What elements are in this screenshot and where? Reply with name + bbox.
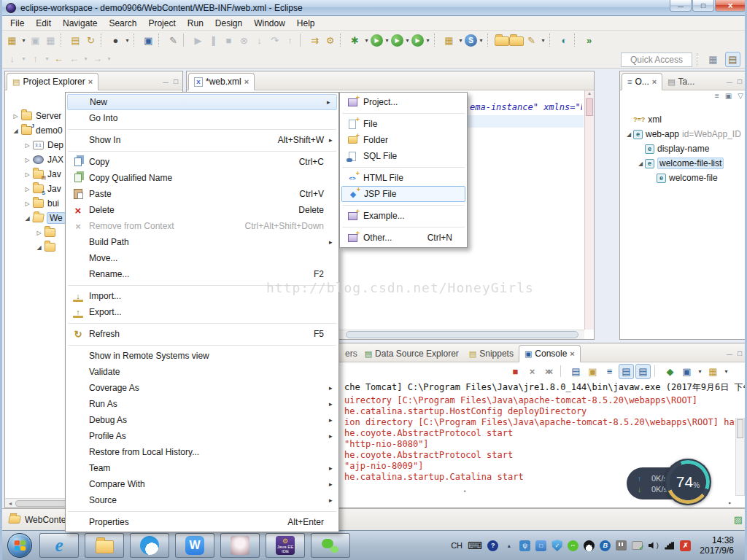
tray-volume-icon[interactable] <box>648 540 659 551</box>
close-icon[interactable] <box>88 77 93 87</box>
taskbar-app-qq-browser[interactable] <box>130 533 169 558</box>
word-wrap-icon[interactable]: ≡ <box>602 364 617 379</box>
menu-search[interactable]: Search <box>103 17 142 30</box>
build-icon[interactable]: ▤ <box>68 33 83 48</box>
run-button-icon[interactable]: ▶ <box>371 34 383 47</box>
menu-item-build-path[interactable]: Build Path <box>66 234 338 250</box>
tray-hidden-icons[interactable]: ▴ <box>503 540 514 551</box>
expander-icon[interactable]: ▷ <box>23 201 32 207</box>
resume-icon[interactable]: ▶ <box>190 33 206 48</box>
menu-item-show-in[interactable]: Show In Alt+Shift+W <box>66 132 338 148</box>
open-folder-icon[interactable] <box>509 36 524 46</box>
submenu-item-file[interactable]: File <box>340 116 467 132</box>
expander-icon[interactable]: ◢ <box>23 215 32 222</box>
terminate-icon[interactable]: ■ <box>508 364 523 379</box>
minimize-view-icon[interactable] <box>727 77 732 85</box>
quick-access-box[interactable]: Quick Access <box>621 52 692 67</box>
outline-item-web-app[interactable]: ◢ web-app id=WebApp_ID <box>620 127 746 141</box>
back-history-icon[interactable]: ← <box>51 51 66 66</box>
vertical-scrollbar[interactable] <box>735 418 745 496</box>
new-wizard-icon[interactable]: ▦ <box>4 33 20 48</box>
marker-pen-icon[interactable]: ✎ <box>524 33 539 48</box>
tab-servers-partial[interactable]: ers <box>343 346 360 362</box>
sort-icon[interactable]: ≡ <box>715 92 719 100</box>
tab-data-source-explorer[interactable]: Data Source Explorer <box>360 346 464 362</box>
tab-web-xml[interactable]: X *web.xml <box>188 73 255 90</box>
step-return-icon[interactable]: ↑ <box>282 33 298 48</box>
dropdown-icon[interactable]: ▾ <box>722 364 730 379</box>
web-service-search-icon[interactable]: S <box>465 34 477 47</box>
start-button[interactable] <box>7 533 32 558</box>
menu-item-run-as[interactable]: Run As <box>66 396 338 412</box>
step-into-icon[interactable]: ↓ <box>252 33 267 48</box>
menu-item-copy[interactable]: Copy Ctrl+C <box>66 154 338 170</box>
menu-item-export[interactable]: Export... <box>66 304 338 320</box>
tray-network-signal-icon[interactable] <box>664 540 675 551</box>
memory-usage-circle[interactable]: 74 % <box>665 459 711 505</box>
dropdown-icon[interactable]: ▾ <box>105 51 113 66</box>
menu-item-source[interactable]: Source <box>66 492 338 508</box>
menu-item-copy-qualified-name[interactable]: Copy Qualified Name <box>66 170 338 186</box>
menu-item-new[interactable]: New <box>67 94 337 110</box>
maximize-view-icon[interactable] <box>738 349 742 357</box>
tab-snippets[interactable]: Snippets <box>464 346 519 362</box>
open-perspective-button[interactable] <box>705 52 721 67</box>
dropdown-icon[interactable]: ▾ <box>20 33 28 48</box>
menu-edit[interactable]: Edit <box>30 17 57 30</box>
run-last-tool-icon[interactable]: ⇉ <box>307 33 322 48</box>
dropdown-icon[interactable]: ▾ <box>383 33 391 48</box>
close-icon[interactable] <box>244 77 249 87</box>
taskbar-app-wps[interactable]: W <box>175 533 214 558</box>
minimize-button[interactable] <box>670 0 692 12</box>
pin-console-icon[interactable]: ◆ <box>662 364 678 379</box>
menu-item-team[interactable]: Team <box>66 460 338 476</box>
annotation-toggle-icon[interactable]: ✎ <box>166 33 181 48</box>
clear-console-icon[interactable]: ▤ <box>568 364 584 379</box>
show-stderr-icon[interactable]: ▤ <box>635 364 651 379</box>
taskbar-app-explorer[interactable] <box>85 533 124 558</box>
taskbar-app-ie[interactable]: e <box>39 533 79 558</box>
expander-icon[interactable]: ▷ <box>23 142 32 149</box>
expander-icon[interactable]: ◢ <box>624 131 633 138</box>
tray-disconnect-icon[interactable]: ✗ <box>680 540 691 551</box>
expander-icon[interactable]: ▷ <box>23 186 32 192</box>
minimize-view-icon[interactable] <box>727 349 732 357</box>
menu-item-show-in-remote-systems-view[interactable]: Show in Remote Systems view <box>66 348 338 364</box>
submenu-item-example[interactable]: Example... <box>340 208 467 224</box>
show-stdout-icon[interactable]: ▤ <box>619 364 634 379</box>
scrollbar-thumb[interactable] <box>737 419 743 438</box>
next-edit-location-icon[interactable]: ↑ <box>28 51 43 66</box>
maximize-view-icon[interactable] <box>738 77 742 85</box>
submenu-item-jsp-file[interactable]: JSP File <box>341 186 465 202</box>
menu-project[interactable]: Project <box>142 17 181 30</box>
outline-item-welcome-file[interactable]: welcome-file <box>620 171 746 185</box>
open-console-icon[interactable]: ▦ <box>705 364 721 379</box>
tab-tasks[interactable]: Ta... <box>662 74 700 90</box>
menu-item-remove-from-context[interactable]: Remove from Context Ctrl+Alt+Shift+Down <box>66 218 338 234</box>
submenu-item-other[interactable]: Other... Ctrl+N <box>340 230 467 246</box>
last-edit-location-icon[interactable]: ↓ <box>4 51 20 66</box>
tray-qq-icon[interactable] <box>584 540 595 551</box>
overview-ruler[interactable]: ▴ <box>584 90 594 330</box>
dropdown-icon[interactable]: ▾ <box>43 51 51 66</box>
network-speed-widget[interactable]: 0K/s 0K/s 74 % <box>627 459 713 507</box>
collapse-all-icon[interactable]: ▣ <box>725 92 732 100</box>
menu-file[interactable]: File <box>4 17 30 30</box>
save-all-icon[interactable]: ▦ <box>43 33 58 48</box>
view-menu-icon[interactable]: ▽ <box>738 92 743 100</box>
menu-item-move[interactable]: Move... <box>66 250 338 266</box>
expander-icon[interactable]: ◢ <box>11 128 20 134</box>
menu-item-properties[interactable]: Properties Alt+Enter <box>66 514 338 530</box>
minimize-view-icon[interactable] <box>163 77 169 85</box>
menu-item-refresh[interactable]: Refresh F5 <box>66 326 338 342</box>
terminate-icon[interactable]: ■ <box>221 33 236 48</box>
tab-project-explorer[interactable]: Project Explorer <box>7 73 98 90</box>
menu-item-profile-as[interactable]: Profile As <box>66 428 338 444</box>
open-folder-icon[interactable] <box>495 36 509 46</box>
expander-icon[interactable]: ◢ <box>636 160 645 167</box>
expander-icon[interactable]: ▷ <box>23 171 32 178</box>
tab-outline[interactable]: O... <box>622 73 662 90</box>
expander-icon[interactable]: ◢ <box>34 244 44 251</box>
scroll-right-icon[interactable]: ▸ <box>728 499 732 506</box>
menu-navigate[interactable]: Navigate <box>57 17 103 30</box>
